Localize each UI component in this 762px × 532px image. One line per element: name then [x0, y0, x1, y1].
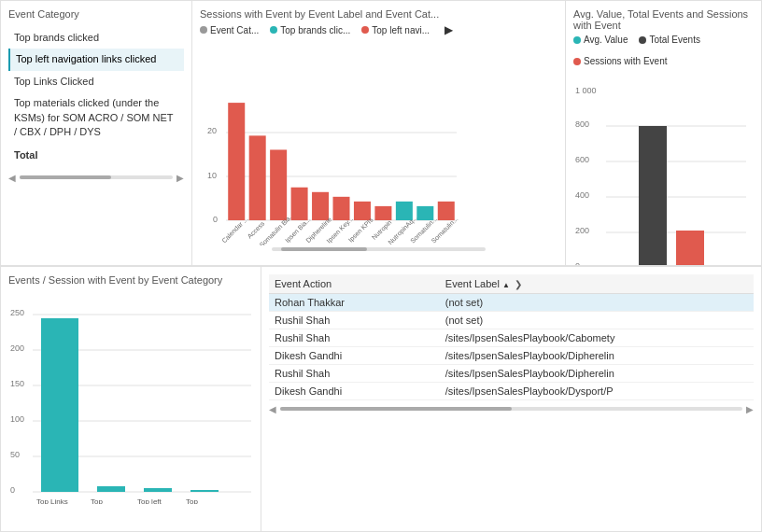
event-category-panel: Event Category Top brands clickedTop lef…	[0, 0, 191, 266]
col-scroll-right-btn[interactable]: ❯	[513, 279, 524, 289]
svg-text:150: 150	[10, 379, 24, 388]
events-table: Event Action Event Label ▲ ❯ Rohan Thakk…	[269, 274, 754, 400]
table-row[interactable]: Dikesh Gandhi/sites/IpsenSalesPlaybook/D…	[269, 346, 754, 364]
avg-legend-item: Sessions with Event	[573, 56, 668, 66]
col-event-label[interactable]: Event Label ▲ ❯	[440, 274, 754, 294]
legend-label: Top left navi...	[372, 25, 430, 35]
svg-text:100: 100	[10, 414, 24, 424]
svg-text:1 000: 1 000	[575, 86, 597, 95]
legend-dot-icon	[270, 26, 277, 34]
table-scroll-left-icon[interactable]: ◀	[269, 404, 276, 414]
svg-text:10: 10	[207, 171, 217, 180]
legend-dot-icon	[200, 26, 207, 34]
table-cell-label: /sites/IpsenSalesPlaybook/Dysport/P	[440, 382, 754, 399]
svg-text:0: 0	[575, 261, 580, 266]
col-action-label: Event Action	[275, 278, 332, 289]
avg-legend-item: Total Events	[639, 35, 699, 45]
sort-asc-icon: ▲	[502, 281, 510, 289]
sessions-bar[interactable]	[270, 149, 287, 220]
scroll-track	[20, 175, 173, 179]
events-session-svg: 0 50 100 150 200 250	[8, 289, 256, 504]
table-row[interactable]: Rohan Thakkar(not set)	[269, 293, 754, 311]
sessions-legend-item: Top left navi...	[361, 25, 430, 35]
table-row[interactable]: Rushil Shah/sites/IpsenSalesPlaybook/Dip…	[269, 364, 754, 382]
avg-legend: Avg. ValueTotal EventsSessions with Even…	[573, 35, 754, 66]
svg-text:Top Links: Top Links	[36, 497, 68, 504]
category-list-item[interactable]: Top brands clicked	[8, 27, 184, 49]
avg-legend-dot	[573, 58, 581, 65]
legend-label: Top brands clic...	[280, 25, 350, 35]
events-session-title: Events / Session with Event by Event Cat…	[8, 274, 253, 286]
svg-rect-34	[144, 488, 172, 492]
col-label-label: Event Label	[445, 278, 500, 289]
sessions-bar[interactable]	[228, 103, 245, 220]
table-cell-action: Rushil Shah	[269, 311, 440, 329]
event-category-title: Event Category	[8, 8, 184, 20]
table-cell-action: Rushil Shah	[269, 364, 440, 382]
category-list-item[interactable]: Top left navigation links clicked	[8, 49, 184, 70]
category-list-item[interactable]: Top materials clicked (under the KSMs) f…	[8, 92, 184, 143]
sessions-legend: Event Cat...Top brands clic...Top left n…	[200, 23, 557, 36]
avg-panel-title: Avg. Value, Total Events and Sessions wi…	[573, 8, 754, 31]
table-cell-action: Dikesh Gandhi	[269, 346, 440, 364]
svg-text:200: 200	[575, 226, 589, 235]
dashboard: Event Category Top brands clickedTop lef…	[0, 0, 762, 532]
bottom-row: Events / Session with Event by Event Cat…	[0, 266, 762, 533]
svg-text:0: 0	[10, 485, 15, 495]
category-list: Top brands clickedTop left navigation li…	[8, 27, 184, 167]
sessions-bar[interactable]	[291, 188, 308, 220]
legend-dot-icon	[361, 26, 369, 34]
svg-text:Top: Top	[186, 497, 198, 504]
sessions-bar-chart: 0 10 20 Calendar ...AccessSomatulin Bia.…	[200, 40, 557, 245]
svg-rect-18	[676, 231, 704, 266]
sessions-bar[interactable]	[249, 135, 266, 220]
scroll-left-icon[interactable]: ◀	[8, 173, 16, 183]
svg-text:20: 20	[207, 126, 217, 135]
top-row: Event Category Top brands clickedTop lef…	[0, 0, 762, 266]
svg-text:600: 600	[575, 155, 589, 164]
svg-rect-33	[97, 486, 125, 492]
table-row[interactable]: Rushil Shah/sites/IpsenSalesPlaybook/Cab…	[269, 329, 754, 346]
sessions-bar[interactable]	[312, 192, 329, 220]
avg-legend-dot	[573, 36, 581, 44]
svg-text:250: 250	[10, 308, 24, 317]
scroll-right-icon[interactable]: ▶	[176, 173, 184, 183]
svg-text:Top: Top	[91, 497, 103, 504]
sessions-bar-label: Access	[246, 219, 265, 239]
table-row[interactable]: Dikesh Gandhi/sites/IpsenSalesPlaybook/D…	[269, 382, 754, 399]
table-cell-action: Rushil Shah	[269, 329, 440, 346]
table-cell-label: /sites/IpsenSalesPlaybook/Dipherelin	[440, 364, 754, 382]
avg-bar-chart: 0 200 400 600 800 1 000	[573, 70, 754, 266]
avg-legend-label: Avg. Value	[584, 35, 628, 45]
scrollbar-hint: ◀ ▶	[8, 173, 184, 183]
sessions-chart-svg: 0 10 20 Calendar ...AccessSomatulin Bia.…	[200, 40, 461, 245]
avg-legend-label: Total Events	[649, 35, 699, 45]
sessions-bar[interactable]	[374, 206, 391, 220]
table-panel: Event Action Event Label ▲ ❯ Rohan Thakk…	[261, 267, 762, 533]
table-body: Rohan Thakkar(not set)Rushil Shah(not se…	[269, 293, 754, 399]
table-scroll-right-icon[interactable]: ▶	[746, 404, 754, 414]
table-cell-label: /sites/IpsenSalesPlaybook/Cabomety	[440, 329, 754, 346]
sessions-panel: Sessions with Event by Event Label and E…	[191, 0, 566, 266]
category-list-item[interactable]: Top Links Clicked	[8, 71, 184, 92]
table-x-scroll: ◀ ▶	[269, 404, 754, 414]
legend-scroll-arrow[interactable]: ▶	[444, 23, 453, 36]
svg-text:800: 800	[575, 119, 589, 129]
avg-legend-label: Sessions with Event	[584, 56, 668, 66]
sessions-legend-item: Top brands clic...	[270, 25, 350, 35]
table-cell-label: /sites/IpsenSalesPlaybook/Dipherelin	[440, 346, 754, 364]
table-row[interactable]: Rushil Shah(not set)	[269, 311, 754, 329]
sessions-legend-item: Event Cat...	[200, 25, 259, 35]
svg-text:0: 0	[213, 215, 218, 224]
svg-rect-17	[639, 126, 667, 266]
table-cell-action: Rohan Thakkar	[269, 293, 440, 311]
category-list-item[interactable]: Total	[8, 145, 184, 166]
table-cell-action: Dikesh Gandhi	[269, 382, 440, 399]
svg-rect-32	[41, 318, 78, 492]
sessions-x-scroll	[200, 247, 557, 251]
table-cell-label: (not set)	[440, 293, 754, 311]
table-wrapper: Event Action Event Label ▲ ❯ Rohan Thakk…	[269, 274, 754, 400]
svg-rect-35	[190, 490, 219, 492]
svg-text:200: 200	[10, 343, 24, 353]
col-event-action[interactable]: Event Action	[269, 274, 440, 294]
